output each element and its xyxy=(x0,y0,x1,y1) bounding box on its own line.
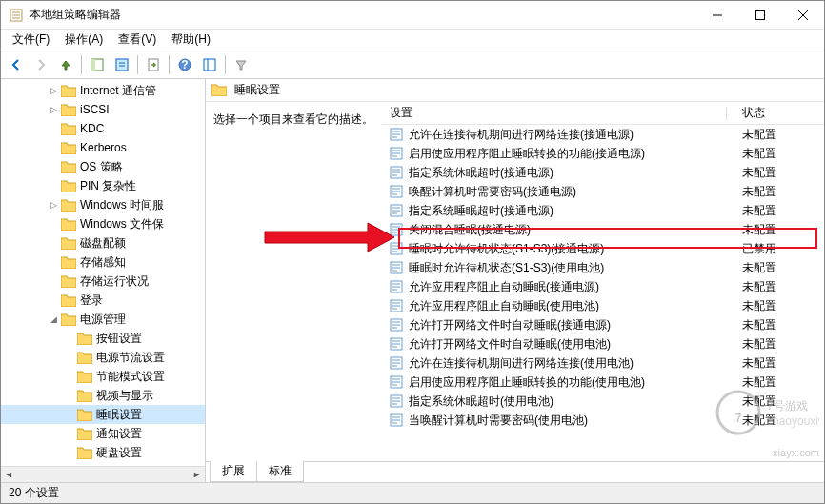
tree-item[interactable]: 通知设置 xyxy=(1,424,205,443)
tree-item[interactable]: ▷iSCSI xyxy=(1,100,205,119)
setting-state: 未配置 xyxy=(734,146,824,162)
setting-name: 关闭混合睡眠(接通电源) xyxy=(409,222,531,238)
setting-row[interactable]: 允许应用程序阻止自动睡眠(接通电源)未配置 xyxy=(382,277,824,296)
setting-icon xyxy=(390,204,403,217)
setting-row[interactable]: 指定系统休眠超时(使用电池)未配置 xyxy=(382,392,824,411)
tree-toggle-icon[interactable]: ▷ xyxy=(46,105,61,114)
tree-item[interactable]: Kerberos xyxy=(1,138,205,157)
tree-toggle-icon[interactable]: ◢ xyxy=(46,314,61,324)
back-button[interactable] xyxy=(5,53,28,76)
tab-extended[interactable]: 扩展 xyxy=(210,461,257,482)
setting-state: 未配置 xyxy=(734,127,824,143)
tree-item[interactable]: ◢电源管理 xyxy=(1,310,205,329)
menu-file[interactable]: 文件(F) xyxy=(5,30,57,50)
forward-button[interactable] xyxy=(30,53,52,76)
folder-icon xyxy=(61,142,76,154)
window-title: 本地组策略编辑器 xyxy=(30,7,695,23)
setting-row[interactable]: 唤醒计算机时需要密码(接通电源)未配置 xyxy=(382,182,824,201)
tree-item[interactable]: ▷Windows 时间服 xyxy=(1,195,205,214)
setting-state: 未配置 xyxy=(734,279,824,295)
setting-row[interactable]: 允许打开网络文件时自动睡眠(使用电池)未配置 xyxy=(382,334,824,353)
setting-row[interactable]: 睡眠时允许待机状态(S1-S3)(使用电池)未配置 xyxy=(382,258,824,277)
svg-text:?: ? xyxy=(181,58,188,71)
description-panel: 选择一个项目来查看它的描述。 xyxy=(206,102,382,461)
tree-item[interactable]: 电源节流设置 xyxy=(1,348,205,367)
setting-icon xyxy=(390,166,403,179)
setting-icon xyxy=(390,147,403,160)
menu-help[interactable]: 帮助(H) xyxy=(164,30,218,50)
setting-row[interactable]: 允许在连接待机期间进行网络连接(使用电池)未配置 xyxy=(382,353,824,373)
setting-icon xyxy=(390,261,403,274)
column-setting[interactable]: 设置 xyxy=(382,102,734,124)
tree-item[interactable]: 磁盘配额 xyxy=(1,233,205,252)
statusbar: 20 个设置 xyxy=(1,482,824,503)
folder-icon xyxy=(61,294,76,307)
setting-state: 未配置 xyxy=(734,222,824,238)
tree-toggle-icon[interactable]: ▷ xyxy=(46,86,61,95)
svg-rect-10 xyxy=(116,59,128,71)
setting-row[interactable]: 指定系统休眠超时(接通电源)未配置 xyxy=(382,163,824,182)
tab-standard[interactable]: 标准 xyxy=(256,461,304,482)
setting-icon xyxy=(390,223,403,236)
tree-item[interactable]: 节能模式设置 xyxy=(1,367,205,386)
tree-item[interactable]: 视频与显示 xyxy=(1,386,205,405)
up-button[interactable] xyxy=(54,53,77,76)
setting-name: 允许在连接待机期间进行网络连接(使用电池) xyxy=(409,355,634,372)
setting-name: 启用使应用程序阻止睡眠转换的功能(接通电源) xyxy=(409,146,645,162)
tree-item[interactable]: 存储运行状况 xyxy=(1,272,205,291)
tree[interactable]: ▷Internet 通信管▷iSCSIKDCKerberosOS 策略PIN 复… xyxy=(1,79,205,464)
export-button[interactable] xyxy=(142,53,165,76)
filter-button[interactable] xyxy=(230,53,252,76)
properties-button[interactable] xyxy=(111,53,133,76)
tree-item[interactable]: PIN 复杂性 xyxy=(1,176,205,195)
minimize-button[interactable] xyxy=(695,1,738,29)
right-pane: 睡眠设置 选择一个项目来查看它的描述。 设置 状态 允许在连接待机期间进行网络连… xyxy=(206,79,824,482)
setting-row[interactable]: 关闭混合睡眠(接通电源)未配置 xyxy=(382,220,824,239)
list-header: 设置 状态 xyxy=(382,102,824,125)
setting-row[interactable]: 启用使应用程序阻止睡眠转换的功能(使用电池)未配置 xyxy=(382,373,824,392)
tree-item[interactable]: OS 策略 xyxy=(1,157,205,176)
tree-item[interactable]: 登录 xyxy=(1,291,205,310)
setting-name: 当唤醒计算机时需要密码(使用电池) xyxy=(409,413,588,429)
tree-item[interactable]: KDC xyxy=(1,119,205,138)
column-state[interactable]: 状态 xyxy=(734,102,824,124)
setting-icon xyxy=(390,128,403,141)
folder-icon xyxy=(61,256,76,269)
setting-row[interactable]: 指定系统睡眠超时(接通电源)未配置 xyxy=(382,201,824,220)
tree-item[interactable]: ▷Internet 通信管 xyxy=(1,81,205,100)
tool-button[interactable] xyxy=(198,53,221,76)
tree-label: 按钮设置 xyxy=(96,331,142,347)
setting-name: 睡眠时允许待机状态(S1-S3)(接通电源) xyxy=(409,241,604,257)
folder-icon xyxy=(61,85,76,97)
show-hide-button[interactable] xyxy=(86,53,109,76)
setting-row[interactable]: 睡眠时允许待机状态(S1-S3)(接通电源)已禁用 xyxy=(382,239,824,258)
folder-icon xyxy=(77,371,92,383)
menu-action[interactable]: 操作(A) xyxy=(57,30,111,50)
tree-label: 磁盘配额 xyxy=(80,235,126,252)
tree-item[interactable]: 按钮设置 xyxy=(1,329,205,348)
setting-row[interactable]: 允许在连接待机期间进行网络连接(接通电源)未配置 xyxy=(382,125,824,144)
tree-item[interactable]: 存储感知 xyxy=(1,252,205,272)
app-icon xyxy=(9,8,24,23)
scroll-left-icon[interactable]: ◄ xyxy=(1,467,17,483)
setting-icon xyxy=(390,280,403,293)
help-button[interactable]: ? xyxy=(173,53,196,76)
folder-icon xyxy=(77,428,92,440)
tree-toggle-icon[interactable]: ▷ xyxy=(46,200,61,210)
tree-item[interactable]: 硬盘设置 xyxy=(1,443,205,462)
scroll-right-icon[interactable]: ► xyxy=(189,467,205,483)
tree-hscrollbar[interactable]: ◄ ► xyxy=(1,466,205,482)
tree-label: 电源节流设置 xyxy=(96,350,165,366)
svg-rect-9 xyxy=(91,59,95,71)
setting-row[interactable]: 当唤醒计算机时需要密码(使用电池)未配置 xyxy=(382,411,824,430)
folder-icon xyxy=(77,390,92,402)
setting-row[interactable]: 允许打开网络文件时自动睡眠(接通电源)未配置 xyxy=(382,315,824,334)
setting-row[interactable]: 允许应用程序阻止自动睡眠(使用电池)未配置 xyxy=(382,296,824,315)
close-button[interactable] xyxy=(781,1,824,29)
setting-row[interactable]: 启用使应用程序阻止睡眠转换的功能(接通电源)未配置 xyxy=(382,144,824,163)
tree-item[interactable]: 睡眠设置 xyxy=(1,405,205,424)
maximize-button[interactable] xyxy=(738,1,781,29)
menu-view[interactable]: 查看(V) xyxy=(111,30,164,50)
tree-item[interactable]: Windows 文件保 xyxy=(1,214,205,233)
setting-state: 未配置 xyxy=(734,317,824,333)
